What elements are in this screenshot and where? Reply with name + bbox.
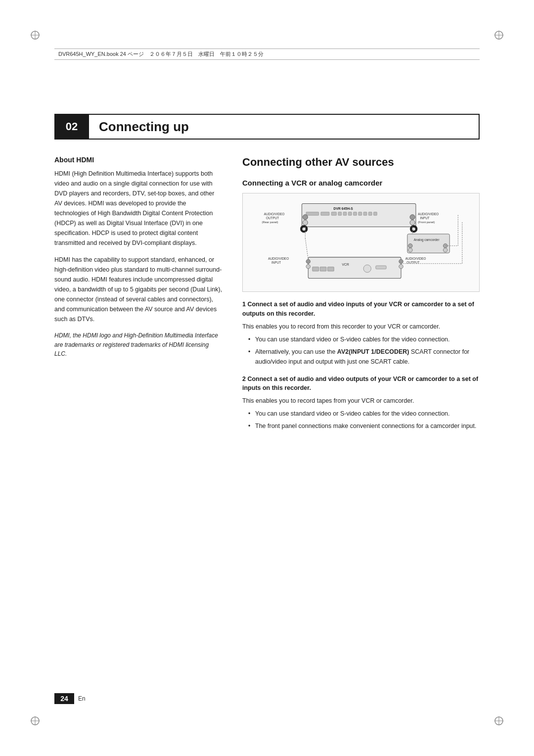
svg-rect-21 — [358, 212, 362, 216]
file-info-bar: DVR645H_WY_EN.book 24 ページ ２０６年７月５日 水曜日 午… — [54, 48, 480, 60]
svg-text:Analog camcorder: Analog camcorder — [414, 238, 440, 242]
step2-block: 2 Connect a set of audio and video outpu… — [242, 375, 480, 431]
svg-point-41 — [408, 244, 413, 248]
step2-bullet2-text: The front panel connections make conveni… — [255, 423, 476, 429]
svg-point-54 — [399, 259, 403, 264]
right-section-title: Connecting other AV sources — [242, 156, 480, 169]
svg-point-50 — [363, 265, 371, 272]
svg-rect-47 — [312, 267, 319, 272]
page-lang: En — [78, 695, 86, 702]
svg-point-27 — [410, 215, 415, 220]
step2-bullet1-text: You can use standard video or S-video ca… — [255, 410, 450, 417]
step2-body: This enables you to record tapes from yo… — [242, 396, 480, 406]
about-hdmi-body2: HDMI has the capability to support stand… — [54, 255, 222, 324]
about-hdmi-italic: HDMI, the HDMI logo and High-Definition … — [54, 331, 222, 359]
svg-text:OUTPUT: OUTPUT — [266, 216, 279, 220]
content-area: About HDMI HDMI (High Definition Multime… — [54, 156, 480, 677]
svg-text:AUDIO/VIDEO: AUDIO/VIDEO — [264, 212, 285, 216]
svg-rect-22 — [363, 212, 367, 216]
svg-point-25 — [303, 215, 308, 220]
about-hdmi-body1: HDMI (High Definition Multimedia Interfa… — [54, 169, 222, 248]
chapter-heading: 02 Connecting up — [54, 114, 480, 140]
svg-line-61 — [305, 238, 308, 259]
svg-point-53 — [306, 264, 311, 269]
step1-bullet2: Alternatively, you can use the AV2(INPUT… — [248, 347, 480, 367]
connection-diagram: DVR 645H-S — [243, 193, 479, 291]
svg-rect-51 — [376, 266, 386, 269]
svg-point-52 — [306, 259, 311, 264]
svg-rect-23 — [368, 212, 372, 216]
svg-rect-48 — [320, 267, 326, 272]
reg-mark-bl — [30, 715, 41, 726]
svg-text:(Front panel): (Front panel) — [418, 221, 435, 224]
svg-text:AUDIO/VIDEO: AUDIO/VIDEO — [418, 212, 439, 216]
svg-rect-20 — [354, 212, 357, 216]
svg-rect-18 — [343, 212, 347, 216]
svg-text:INPUT: INPUT — [271, 261, 281, 264]
step2-bullet1: You can use standard video or S-video ca… — [248, 409, 480, 419]
step1-block: 1 Connect a set of audio and video input… — [242, 300, 480, 367]
svg-rect-17 — [338, 212, 342, 216]
step1-heading: 1 Connect a set of audio and video input… — [242, 300, 480, 319]
diagram-area: DVR 645H-S — [242, 193, 480, 292]
svg-text:DVR 645H-S: DVR 645H-S — [334, 207, 354, 210]
svg-rect-24 — [374, 212, 377, 216]
reg-mark-tl — [30, 30, 41, 41]
step1-bullet1-text: You can use standard video or S-video ca… — [255, 336, 450, 343]
svg-text:AUDIO/VIDEO: AUDIO/VIDEO — [405, 257, 426, 260]
step1-bullet1: You can use standard video or S-video ca… — [248, 334, 480, 344]
page-container: DVR645H_WY_EN.book 24 ページ ２０６年７月５日 水曜日 午… — [0, 0, 534, 756]
svg-rect-15 — [321, 212, 329, 216]
svg-text:(Rear panel): (Rear panel) — [262, 221, 278, 224]
svg-rect-14 — [306, 212, 319, 216]
page-number-box: 24 — [54, 693, 74, 704]
page-footer: 24 En — [54, 693, 480, 704]
svg-point-44 — [443, 248, 447, 252]
file-info-text: DVR645H_WY_EN.book 24 ページ ２０６年７月５日 水曜日 午… — [58, 50, 264, 58]
step1-bullet2-intro: Alternatively, you can use the — [255, 348, 337, 355]
chapter-number: 02 — [54, 114, 89, 140]
svg-point-55 — [399, 264, 403, 269]
about-hdmi-heading: About HDMI — [54, 156, 222, 164]
svg-point-42 — [408, 248, 413, 252]
right-column: Connecting other AV sources Connecting a… — [242, 156, 480, 677]
chapter-title-box: Connecting up — [89, 114, 480, 140]
step1-bullet2-bold: AV2(INPUT 1/DECODER) — [337, 348, 409, 355]
step1-body: This enables you to record from this rec… — [242, 322, 480, 331]
svg-point-28 — [410, 220, 415, 225]
step2-bullet2: The front panel connections make conveni… — [248, 421, 480, 431]
left-column: About HDMI HDMI (High Definition Multime… — [54, 156, 222, 677]
svg-text:VCR: VCR — [342, 263, 349, 266]
reg-mark-tr — [493, 30, 504, 41]
chapter-title: Connecting up — [99, 119, 189, 135]
step2-heading: 2 Connect a set of audio and video outpu… — [242, 375, 480, 393]
step2-bullet-list: You can use standard video or S-video ca… — [242, 409, 480, 431]
step1-bullet-list: You can use standard video or S-video ca… — [242, 334, 480, 367]
svg-point-26 — [303, 220, 308, 225]
svg-rect-19 — [348, 212, 352, 216]
svg-rect-16 — [331, 212, 336, 216]
svg-text:INPUT: INPUT — [420, 216, 430, 220]
svg-text:AUDIO/VIDEO: AUDIO/VIDEO — [268, 257, 289, 260]
reg-mark-br — [493, 715, 504, 726]
subsection-heading: Connecting a VCR or analog camcorder — [242, 179, 480, 187]
svg-rect-49 — [328, 267, 334, 272]
